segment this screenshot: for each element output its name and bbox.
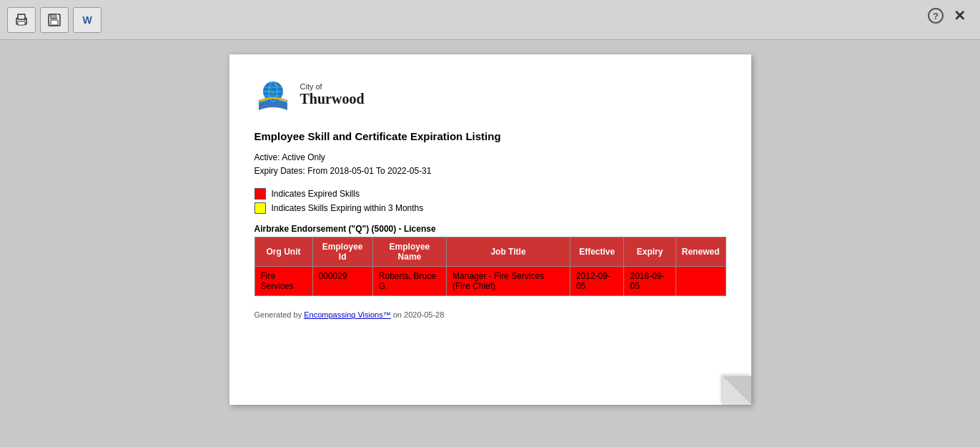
city-of-label: City of [300,82,365,91]
svg-rect-6 [51,20,58,25]
main-area: City of Thurwood Employee Skill and Cert… [0,40,980,447]
logo [254,76,292,113]
close-button[interactable]: ✕ [954,7,966,24]
word-button[interactable]: W [73,7,102,33]
report-header: City of Thurwood [254,76,726,113]
legend-red-swatch [254,188,266,200]
cell-org-unit: Fire Services [254,267,312,296]
city-name: City of Thurwood [300,82,365,107]
col-job-title: Job Title [447,237,570,267]
report-filters: Active: Active Only Expiry Dates: From 2… [254,151,726,178]
table-body: Fire Services 000029 Roberts, Bruce G. M… [254,267,726,296]
svg-rect-1 [18,14,25,19]
filter-active: Active: Active Only [254,151,726,164]
col-effective: Effective [570,237,624,267]
legend-expired: Indicates Expired Skills [254,188,726,200]
legend-yellow-swatch [254,202,266,214]
col-employee-name: Employee Name [372,237,446,267]
report-paper: City of Thurwood Employee Skill and Cert… [229,54,751,405]
svg-rect-7 [56,14,58,17]
report-footer: Generated by Encompassing Visions™ on 20… [254,310,726,319]
col-org-unit: Org Unit [254,237,312,267]
legend-expiring: Indicates Skills Expiring within 3 Month… [254,202,726,214]
report-title: Employee Skill and Certificate Expiratio… [254,130,726,142]
svg-rect-2 [18,21,25,25]
filter-expiry: Expiry Dates: From 2018-05-01 To 2022-05… [254,164,726,178]
section-heading: Airbrake Endorsement ("Q") (5000) - Lice… [254,224,726,234]
col-employee-id: Employee Id [312,237,372,267]
svg-rect-5 [51,14,56,19]
legend-expired-label: Indicates Expired Skills [272,189,360,199]
legend-expiring-label: Indicates Skills Expiring within 3 Month… [272,203,424,213]
table-row: Fire Services 000029 Roberts, Bruce G. M… [254,267,726,296]
cell-effective: 2012-09-05 [570,267,624,296]
cell-expiry: 2018-09-05 [624,267,675,296]
col-renewed: Renewed [675,237,726,267]
col-expiry: Expiry [624,237,675,267]
cell-job-title: Manager - Fire Services (Fire Chief) [447,267,570,296]
save-button[interactable] [40,7,69,33]
footer-link: Encompassing Visions™ [304,310,390,319]
cell-employee-name: Roberts, Bruce G. [372,267,446,296]
data-table: Org Unit Employee Id Employee Name Job T… [254,237,726,296]
print-button[interactable] [7,7,36,33]
city-title-label: Thurwood [300,91,365,107]
help-button[interactable]: ? [928,8,944,24]
table-header: Org Unit Employee Id Employee Name Job T… [254,237,726,267]
legend: Indicates Expired Skills Indicates Skill… [254,188,726,214]
cell-renewed [675,267,726,296]
cell-employee-id: 000029 [312,267,372,296]
svg-point-3 [24,19,26,20]
toolbar: W [0,0,980,40]
top-right-icons: ? ✕ [928,7,966,24]
